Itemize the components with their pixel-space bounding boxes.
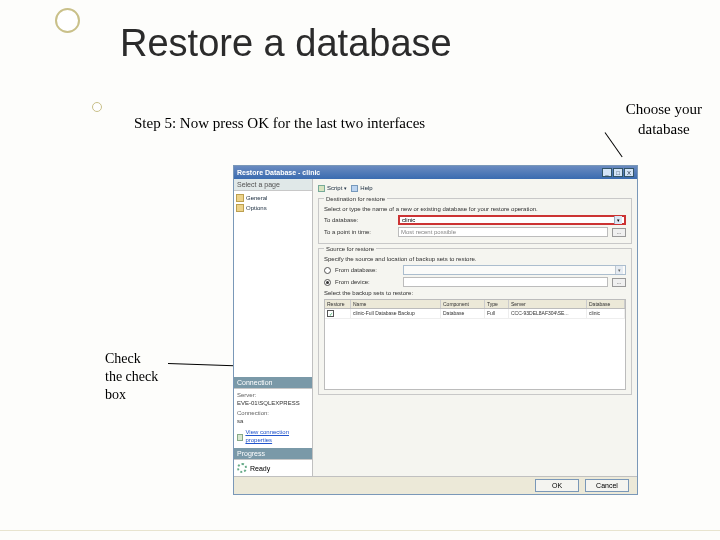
server-label: Server: [237,392,309,400]
col-name: Name [351,300,441,308]
page-item-label: Options [246,205,267,211]
to-point-browse-button[interactable]: ... [612,228,626,237]
from-database-combo: ▾ [403,265,626,275]
to-point-label: To a point in time: [324,229,394,235]
server-value: EVE-01\SQLEXPRESS [237,400,309,408]
page-item-label: General [246,195,267,201]
from-database-label: From database: [335,267,399,273]
view-conn-icon [237,434,243,441]
destination-hint: Select or type the name of a new or exis… [324,206,626,212]
to-database-value: clinic [402,217,415,223]
source-group: Source for restore Specify the source an… [318,248,632,395]
slide-title: Restore a database [120,22,452,65]
row-component: Database [441,309,485,318]
callout-choose-database: Choose your database [626,100,702,139]
arrow-to-database [605,132,623,157]
dialog-titlebar[interactable]: Restore Database - clinic _ □ X [234,166,637,179]
script-label: Script [327,185,342,191]
grid-header: Restore Name Component Type Server Datab… [325,300,625,309]
row-server: CCC-93DEL8AF304\SE... [509,309,587,318]
connection-label: Connection: [237,410,309,418]
minimize-button[interactable]: _ [602,168,612,177]
cancel-button[interactable]: Cancel [585,479,629,492]
col-server: Server [509,300,587,308]
page-item-general[interactable]: General [236,193,310,203]
page-icon [236,204,244,212]
maximize-button[interactable]: □ [613,168,623,177]
dialog-footer: OK Cancel [234,476,637,494]
script-button[interactable]: Script ▾ [318,185,347,192]
restore-checkbox[interactable]: ✓ [327,310,334,317]
callout-check-box: Check the check box [105,350,158,405]
chevron-down-icon: ▾ [615,266,623,274]
col-type: Type [485,300,509,308]
progress-spinner-icon [237,463,247,473]
backup-sets-grid: Restore Name Component Type Server Datab… [324,299,626,390]
source-hint: Specify the source and location of backu… [324,256,626,262]
right-panel: Script ▾ Help Destination for restore Se… [313,179,637,476]
close-button[interactable]: X [624,168,634,177]
ok-button[interactable]: OK [535,479,579,492]
to-database-label: To database: [324,217,394,223]
dialog-toolbar: Script ▾ Help [318,182,632,194]
to-point-field: Most recent possible [398,227,608,237]
connection-header: Connection [234,377,312,389]
chevron-down-icon: ▾ [614,216,622,224]
row-database: clinic [587,309,625,318]
destination-group-title: Destination for restore [324,196,387,202]
connection-value: sa [237,418,309,426]
destination-group: Destination for restore Select or type t… [318,198,632,244]
dialog-title: Restore Database - clinic [237,169,320,176]
help-button[interactable]: Help [351,185,372,192]
slide-deco-dot [92,102,102,112]
restore-database-dialog: Restore Database - clinic _ □ X Select a… [233,165,638,495]
col-component: Component [441,300,485,308]
grid-empty-area [325,319,625,389]
select-backup-hint: Select the backup sets to restore: [324,290,626,296]
left-panel: Select a page General Options Connection… [234,179,313,476]
from-device-browse-button[interactable]: ... [612,278,626,287]
from-device-field[interactable] [403,277,608,287]
from-device-label: From device: [335,279,399,285]
progress-header: Progress [234,448,312,460]
to-database-combo[interactable]: clinic ▾ [398,215,626,225]
col-database: Database [587,300,625,308]
help-label: Help [360,185,372,191]
from-device-radio[interactable] [324,279,331,286]
col-restore: Restore [325,300,351,308]
page-item-options[interactable]: Options [236,203,310,213]
progress-value: Ready [250,465,270,472]
view-connection-link[interactable]: View connection properties [245,429,309,445]
slide-subtitle: Step 5: Now press OK for the last two in… [134,115,425,132]
source-group-title: Source for restore [324,246,376,252]
select-page-header: Select a page [234,179,312,191]
table-row[interactable]: ✓ clinic-Full Database Backup Database F… [325,309,625,319]
slide-deco-line [0,530,720,531]
row-type: Full [485,309,509,318]
row-name: clinic-Full Database Backup [351,309,441,318]
script-icon [318,185,325,192]
progress-block: Ready [234,460,312,476]
connection-info: Server: EVE-01\SQLEXPRESS Connection: sa… [234,389,312,448]
to-point-value: Most recent possible [401,229,456,235]
from-database-radio[interactable] [324,267,331,274]
slide-deco-circle [55,8,80,33]
page-icon [236,194,244,202]
help-icon [351,185,358,192]
